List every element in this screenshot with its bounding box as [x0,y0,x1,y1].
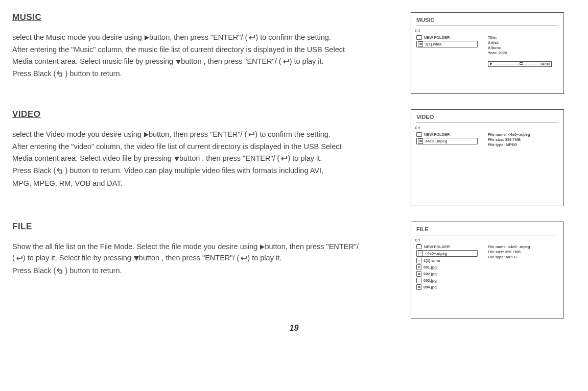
folder-icon [416,132,422,137]
text: After entering the "Music" column, the m… [12,45,345,54]
panel-path: C:/ [415,238,558,242]
text: After entering the "video" column, the v… [12,142,342,151]
panel-path: C:/ [415,29,558,33]
text: ) to play it. [288,154,322,162]
text: button , then press "ENTER"/ ( [139,254,239,262]
video-body: select the Video mode you desire using b… [12,129,401,189]
file-icon [416,258,421,263]
file-icon [418,41,423,47]
meta-line: File type: MPEG [488,255,530,260]
text: Press Black ( [12,69,56,78]
back-icon [56,166,65,177]
text: Press Black ( [12,266,56,275]
text: Press Black ( [12,166,56,175]
meta-panel: File name: <4e0~.mpeg File size: 399.7MB… [488,132,530,148]
separator [416,26,558,26]
item-label: 1[1].wma [424,258,440,263]
panel-path: C:/ [415,126,558,130]
text: button , then press "ENTER"/ ( [181,57,281,65]
text: Media content area. Select music file by… [12,57,175,65]
list-item: 001.jpg [416,264,483,270]
meta-panel: Title: Artist: Album: Year: 2009 04:38 [488,35,552,67]
folder-icon [416,245,422,249]
text: button , then press "ENTER"/ ( [179,154,279,162]
text: select the Video mode you desire using [12,130,144,138]
play-icon [490,62,492,65]
enter-icon [247,33,255,44]
file-icon [416,264,421,270]
progress-bar: 04:38 [488,61,552,67]
list-item: NEW FOLDER [416,245,483,249]
enter-icon [239,253,247,264]
text: ) button to return. [65,69,122,78]
file-panel: FILE C:/ NEW FOLDER <4e0~.mpeg 1[1].wma … [411,222,564,319]
item-label: <4e0~.mpeg [425,251,447,256]
right-triangle-icon [144,132,149,137]
enter-icon [279,154,288,165]
list-item: 003.jpg [416,278,483,283]
meta-line: File name: <4e0~.mpeg [488,245,530,250]
text: ) button to return. [65,266,122,275]
meta-line: File size: 399.7MB [488,250,530,255]
list-item: NEW FOLDER [416,132,483,137]
meta-line: Album: [488,45,552,51]
list-item: 004.jpg [416,284,483,290]
meta-line: Title: [488,35,552,40]
music-body: select the Music mode you desire using b… [12,32,401,81]
down-triangle-icon [174,157,179,161]
meta-line: Artist: [488,40,552,45]
right-triangle-icon [145,35,149,40]
file-list: NEW FOLDER 1[1].wma [416,35,483,67]
page-number: 19 [12,324,576,333]
panel-title: FILE [416,226,558,234]
meta-panel: File name: <4e0~.mpeg File size: 399.7MB… [488,245,530,291]
item-label: 004.jpg [424,285,437,289]
enter-icon [247,130,255,141]
separator [416,123,558,123]
text: ) to confirm the setting. [255,130,330,138]
music-heading: MUSIC [12,12,401,22]
folder-icon [416,35,422,40]
item-label: NEW FOLDER [424,245,450,249]
file-body: Show the all file list on the File Mode.… [12,241,401,277]
item-label: NEW FOLDER [424,132,450,137]
list-item: 002.jpg [416,271,483,277]
list-item-selected: 1[1].wma [416,41,478,47]
panel-title: MUSIC [416,17,558,25]
meta-line: Year: 2009 [488,51,552,56]
text: button, then press "ENTER"/ ( [149,33,247,41]
text: ) to confirm the setting. [255,33,331,41]
text: Media content area. Select video file by… [12,154,174,162]
file-heading: FILE [12,222,401,232]
file-icon [416,271,421,277]
file-icon [418,251,423,256]
video-heading: VIDEO [12,109,401,119]
item-label: 003.jpg [424,278,437,283]
item-label: 002.jpg [424,272,437,276]
back-icon [56,69,65,80]
item-label: NEW FOLDER [424,35,450,40]
text: ) button to return. Video can play multi… [65,166,323,175]
video-panel: VIDEO C:/ NEW FOLDER <4e0~.mpeg File nam… [411,109,564,206]
list-item-selected: <4e0~.mpeg [416,138,478,144]
list-item: NEW FOLDER [416,35,483,40]
meta-line: File size: 399.7MB [488,137,530,142]
progress-track [496,64,539,64]
text: ) to play it. Select file by pressing [23,254,133,262]
file-icon [418,138,423,144]
panel-title: VIDEO [416,114,558,121]
text: Show the all file list on the File Mode.… [12,242,260,251]
separator [416,235,558,235]
meta-line: File name: <4e0~.mpeg [488,132,530,137]
music-panel: MUSIC C:/ NEW FOLDER 1[1].wma Title: Art… [411,12,564,94]
text: select the Music mode you desire using [12,33,144,41]
meta-line: File type: MPEG [488,142,530,148]
down-triangle-icon [134,256,139,261]
down-triangle-icon [176,60,181,64]
file-icon [416,278,421,283]
file-icon [416,284,421,290]
list-item: 1[1].wma [416,258,483,263]
file-list: NEW FOLDER <4e0~.mpeg [416,132,483,148]
back-icon [56,266,65,277]
item-label: 001.jpg [424,265,437,270]
